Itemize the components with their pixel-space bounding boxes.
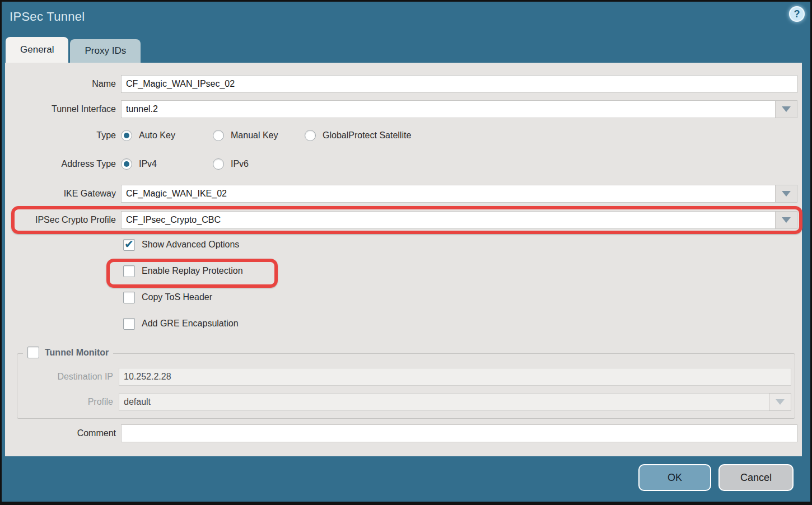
profile-input	[119, 393, 769, 411]
profile-row: Profile	[18, 393, 791, 411]
address-type-row: Address Type IPv4 IPv6	[5, 157, 797, 171]
comment-row: Comment	[5, 424, 797, 442]
tunnel-interface-input[interactable]	[121, 100, 775, 118]
add-gre-encapsulation-row[interactable]: Add GRE Encapsulation	[123, 316, 239, 331]
checkbox-enable-replay-protection[interactable]	[123, 265, 135, 277]
radio-manual-key[interactable]: Manual Key	[213, 130, 291, 141]
ike-gateway-input[interactable]	[121, 185, 775, 203]
chevron-down-icon	[782, 191, 791, 197]
copy-tos-header-row[interactable]: Copy ToS Header	[123, 290, 212, 305]
destination-ip-input	[119, 368, 791, 386]
radio-ipv6[interactable]: IPv6	[213, 158, 291, 170]
show-advanced-options-row[interactable]: Show Advanced Options	[123, 237, 239, 252]
destination-ip-row: Destination IP	[18, 368, 791, 386]
checkbox-tunnel-monitor[interactable]	[27, 347, 39, 358]
ike-gateway-row: IKE Gateway	[5, 185, 797, 203]
ipsec-tunnel-dialog: IPSec Tunnel ? General Proxy IDs Name Tu…	[2, 2, 810, 502]
radio-button-icon	[121, 130, 132, 141]
tab-bar: General Proxy IDs	[6, 37, 141, 63]
ike-gateway-dropdown	[121, 185, 797, 203]
chevron-down-icon	[776, 399, 785, 405]
checkbox-copy-tos-header[interactable]	[123, 292, 135, 303]
type-row: Type Auto Key Manual Key GlobalProtect S…	[5, 128, 797, 143]
help-icon[interactable]: ?	[789, 6, 805, 22]
radio-button-icon	[213, 130, 224, 141]
profile-dropdown-button	[769, 393, 791, 411]
tunnel-interface-label: Tunnel Interface	[5, 100, 116, 118]
title-bar: IPSec Tunnel ?	[2, 2, 810, 35]
comment-input[interactable]	[121, 424, 797, 442]
name-input[interactable]	[121, 75, 797, 93]
radio-globalprotect-satellite[interactable]: GlobalProtect Satellite	[305, 130, 411, 141]
checkbox-add-gre-encapsulation[interactable]	[123, 318, 135, 330]
radio-button-icon	[213, 158, 224, 170]
ipsec-crypto-profile-row: IPSec Crypto Profile	[5, 211, 797, 229]
checkbox-show-advanced-options[interactable]	[123, 239, 135, 251]
ipsec-crypto-profile-input[interactable]	[121, 211, 775, 229]
tab-proxy-ids[interactable]: Proxy IDs	[70, 39, 141, 63]
enable-replay-protection-row[interactable]: Enable Replay Protection	[123, 264, 243, 278]
ike-gateway-dropdown-button[interactable]	[775, 185, 797, 203]
tunnel-monitor-label: Tunnel Monitor	[45, 348, 109, 358]
tab-general[interactable]: General	[6, 37, 68, 63]
radio-auto-key[interactable]: Auto Key	[121, 130, 199, 141]
address-type-radio-group: IPv4 IPv6	[121, 158, 305, 170]
ok-button[interactable]: OK	[638, 464, 711, 491]
radio-button-icon	[305, 130, 316, 141]
general-tab-panel: Name Tunnel Interface Type Auto Key	[5, 63, 802, 456]
name-label: Name	[5, 75, 116, 93]
profile-label: Profile	[18, 393, 113, 411]
comment-label: Comment	[5, 424, 116, 442]
ike-gateway-label: IKE Gateway	[5, 185, 116, 203]
type-radio-group: Auto Key Manual Key GlobalProtect Satell…	[121, 130, 424, 141]
ipsec-crypto-profile-dropdown	[121, 211, 797, 229]
radio-ipv4[interactable]: IPv4	[121, 158, 199, 170]
dialog-title: IPSec Tunnel	[10, 10, 85, 24]
chevron-down-icon	[782, 217, 791, 223]
destination-ip-label: Destination IP	[18, 368, 113, 386]
ipsec-crypto-profile-dropdown-button[interactable]	[775, 211, 797, 229]
tunnel-monitor-fieldset: Tunnel Monitor Destination IP Profile	[17, 353, 795, 419]
ipsec-crypto-profile-label: IPSec Crypto Profile	[5, 211, 116, 229]
radio-button-icon	[121, 158, 132, 170]
tunnel-interface-dropdown	[121, 100, 797, 118]
cancel-button[interactable]: Cancel	[718, 464, 794, 491]
chevron-down-icon	[782, 106, 791, 112]
address-type-label: Address Type	[5, 157, 116, 171]
type-label: Type	[5, 128, 116, 143]
tunnel-interface-dropdown-button[interactable]	[775, 100, 797, 118]
tunnel-monitor-legend: Tunnel Monitor	[23, 347, 113, 358]
name-row: Name	[5, 75, 797, 93]
profile-dropdown	[119, 393, 791, 411]
tunnel-interface-row: Tunnel Interface	[5, 100, 797, 118]
